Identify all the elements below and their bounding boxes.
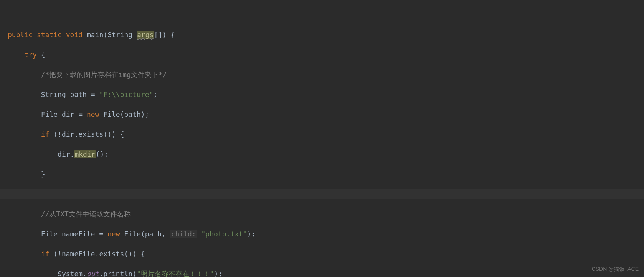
code-line[interactable]: /*把要下载的图片存档在img文件夹下*/ xyxy=(0,70,644,80)
watermark: CSDN @猫饭_ACE xyxy=(592,264,639,274)
code-line-current[interactable] xyxy=(0,189,644,199)
code-line[interactable]: dir.mkdir(); xyxy=(0,149,644,159)
code-line[interactable]: public static void main(String args[]) { xyxy=(0,30,644,40)
code-line[interactable]: File nameFile = new File(path, child: "p… xyxy=(0,229,644,239)
right-margin-guide xyxy=(568,0,568,277)
code-line[interactable]: String path = "F:\\picture"; xyxy=(0,90,644,100)
right-margin-guide xyxy=(528,0,528,277)
code-line[interactable]: if (!nameFile.exists()) { xyxy=(0,249,644,259)
code-line[interactable]: if (!dir.exists()) { xyxy=(0,129,644,139)
param-hint: child: xyxy=(170,230,197,238)
code-line[interactable]: //从TXT文件中读取文件名称 xyxy=(0,209,644,219)
code-line[interactable]: File dir = new File(path); xyxy=(0,110,644,120)
code-editor[interactable]: public static void main(String args[]) {… xyxy=(0,0,644,277)
code-line[interactable]: try { xyxy=(0,50,644,60)
code-line[interactable]: System.out.println("照片名称不存在！！！"); xyxy=(0,269,644,277)
code-line[interactable]: } xyxy=(0,169,644,179)
